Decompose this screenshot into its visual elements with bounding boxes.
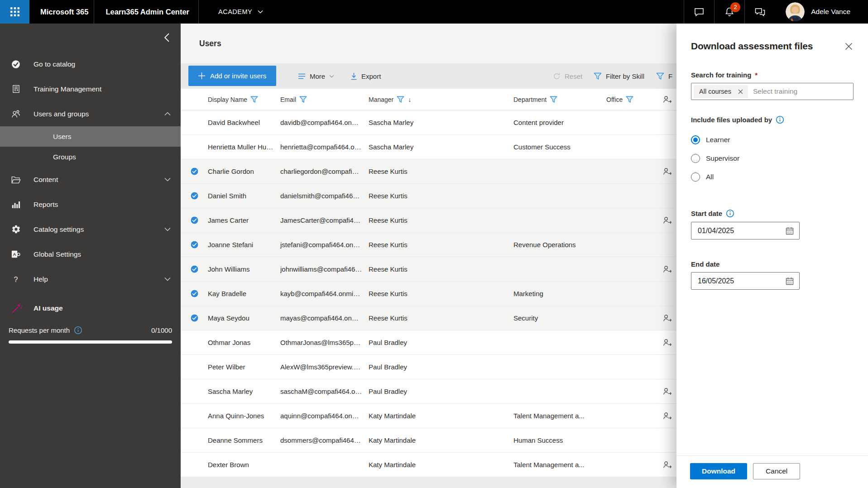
info-icon[interactable] [726, 209, 734, 218]
sidebar-item-content[interactable]: Content [0, 167, 181, 192]
row-select-cell[interactable] [181, 167, 208, 176]
filter-icon[interactable] [550, 96, 557, 103]
chat-icon [693, 6, 705, 17]
sidebar-item-go-to-catalog[interactable]: Go to catalog [0, 52, 181, 77]
filter-icon[interactable] [250, 96, 258, 103]
filter-icon[interactable] [299, 96, 307, 103]
filter-by-skill-button[interactable]: Filter by Skill [594, 63, 644, 89]
download-button[interactable]: Download [690, 463, 747, 479]
calendar-icon[interactable] [785, 277, 794, 286]
cancel-button[interactable]: Cancel [753, 463, 800, 479]
row-select-cell[interactable] [181, 265, 208, 273]
cell-display-name: David Backwheel [208, 119, 280, 126]
filter-button-partial[interactable]: F [656, 63, 672, 89]
impersonate-icon[interactable] [662, 339, 672, 347]
radio-option-supervisor[interactable]: Supervisor [691, 149, 854, 167]
chat-button[interactable] [684, 0, 714, 24]
info-icon[interactable] [74, 326, 82, 335]
impersonate-icon[interactable] [662, 412, 672, 420]
cell-manager: Reese Kurtis [369, 192, 513, 200]
panel-header: Download assessment files [691, 41, 854, 52]
plus-icon [198, 72, 205, 79]
column-header-display-name[interactable]: Display Name [208, 96, 280, 103]
cell-email: saschaM@compafi464.onmic... [280, 388, 369, 395]
search-for-training-label: Search for training * [691, 71, 854, 79]
impersonate-icon[interactable] [662, 388, 672, 396]
cell-manager: Katy Martindale [369, 436, 513, 444]
row-select-cell[interactable] [181, 216, 208, 225]
sidebar-item-catalog-settings[interactable]: Catalog settings [0, 217, 181, 242]
reset-button[interactable]: Reset [553, 63, 582, 89]
export-button[interactable]: Export [350, 63, 381, 89]
more-button[interactable]: More [298, 63, 334, 89]
sidebar-item-ai-usage[interactable]: AI usage [0, 296, 181, 321]
add-or-invite-users-button[interactable]: Add or invite users [188, 66, 276, 86]
cell-email: kayb@compafi464.onmicros... [280, 290, 369, 297]
sidebar: Go to catalogTraining ManagementUsers an… [0, 24, 181, 488]
collapse-sidebar-button[interactable] [164, 33, 170, 42]
sidebar-item-help[interactable]: ?Help [0, 267, 181, 292]
close-icon[interactable] [844, 42, 854, 51]
global-settings-icon: A [11, 249, 21, 259]
column-header-manager[interactable]: Manager↓ [369, 96, 513, 103]
start-date-input[interactable]: 01/04/2025 [691, 222, 800, 239]
sidebar-item-global-settings[interactable]: AGlobal Settings [0, 242, 181, 267]
cell-display-name: Peter Wilber [208, 363, 280, 371]
chevron-up-icon [164, 112, 171, 116]
radio-button-icon[interactable] [691, 154, 700, 163]
cell-email: charliegordon@compafi464.... [280, 167, 369, 175]
sidebar-item-groups[interactable]: Groups [0, 147, 181, 167]
sidebar-item-label: Users and groups [34, 110, 89, 118]
sort-descending-icon[interactable]: ↓ [408, 96, 411, 103]
radio-option-all[interactable]: All [691, 167, 854, 186]
topbar: Microsoft 365 Learn365 Admin Center ACAD… [0, 0, 868, 24]
app-launcher-button[interactable] [0, 0, 29, 24]
sidebar-item-label: Go to catalog [34, 60, 75, 68]
all-courses-chip[interactable]: All courses [694, 85, 748, 98]
include-files-text: Include files uploaded by [691, 116, 772, 124]
training-search-input[interactable]: All courses Select training [691, 83, 854, 100]
filter-icon[interactable] [397, 96, 404, 103]
sidebar-item-reports[interactable]: Reports [0, 192, 181, 217]
impersonate-icon[interactable] [662, 314, 672, 322]
column-header-office[interactable]: Office [606, 96, 661, 103]
radio-option-learner[interactable]: Learner [691, 130, 854, 149]
account-button[interactable]: Adele Vance [775, 2, 868, 21]
sidebar-item-training-management[interactable]: Training Management [0, 77, 181, 101]
app-title[interactable]: Learn365 Admin Center [94, 8, 198, 16]
column-header-email[interactable]: Email [280, 96, 369, 103]
impersonate-icon[interactable] [662, 167, 672, 176]
folder-icon [11, 175, 21, 184]
feedback-button[interactable] [745, 0, 775, 24]
sidebar-item-users-and-groups[interactable]: Users and groups [0, 101, 181, 126]
panel-footer: Download Cancel [676, 455, 868, 488]
impersonate-icon[interactable] [662, 461, 672, 469]
cell-manager: Paul Bradley [369, 339, 513, 346]
gear-icon [11, 225, 21, 234]
cell-department: Marketing [513, 290, 606, 297]
radio-button-icon[interactable] [691, 135, 700, 144]
impersonate-icon[interactable] [662, 216, 672, 225]
column-header-department[interactable]: Department [513, 96, 606, 103]
calendar-icon[interactable] [785, 226, 794, 235]
end-date-text: End date [691, 260, 719, 268]
chevron-down-icon [329, 75, 334, 78]
filter-icon[interactable] [626, 96, 633, 103]
sidebar-item-label: Catalog settings [34, 225, 84, 234]
brand-title[interactable]: Microsoft 365 [29, 8, 94, 16]
end-date-input[interactable]: 16/05/2025 [691, 272, 800, 290]
tenant-selector[interactable]: ACADEMY [199, 8, 263, 15]
sidebar-item-users[interactable]: Users [0, 126, 181, 147]
notifications-button[interactable]: 2 [715, 0, 744, 24]
radio-button-icon[interactable] [691, 172, 700, 182]
cell-department: Talent Management a... [513, 412, 606, 420]
impersonate-icon[interactable] [662, 265, 672, 273]
start-date-text: Start date [691, 210, 722, 217]
row-select-cell[interactable] [181, 240, 208, 249]
info-icon[interactable] [776, 115, 784, 124]
row-select-cell[interactable] [181, 289, 208, 298]
svg-text:?: ? [14, 275, 18, 283]
row-select-cell[interactable] [181, 314, 208, 322]
chip-remove-icon[interactable] [738, 89, 743, 94]
row-select-cell[interactable] [181, 191, 208, 200]
